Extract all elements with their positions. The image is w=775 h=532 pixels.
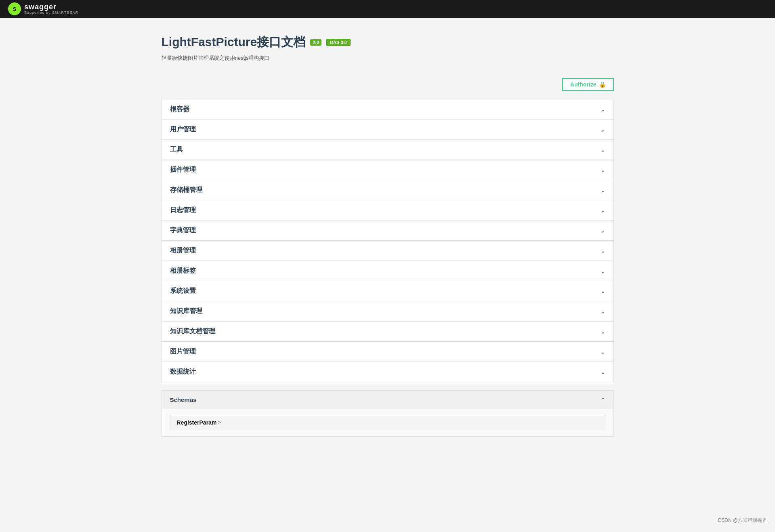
chevron-down-icon: ⌄: [601, 106, 605, 113]
chevron-down-icon: ⌄: [601, 207, 605, 214]
api-group-title-gen1: 根容器: [170, 105, 189, 114]
api-group-header-gen14[interactable]: 数据统计 ⌄: [162, 362, 613, 382]
api-group: 知识库管理 ⌄: [162, 301, 613, 322]
api-group-header-gen11[interactable]: 知识库管理 ⌄: [162, 301, 613, 321]
api-group-title-gen4: 插件管理: [170, 166, 196, 174]
api-group-header-gen7[interactable]: 字典管理 ⌄: [162, 221, 613, 240]
api-group: 知识库文档管理 ⌄: [162, 322, 613, 342]
api-group: 存储桶管理 ⌄: [162, 180, 613, 200]
chevron-down-icon: ⌄: [601, 147, 605, 153]
api-group-title-gen9: 相册标签: [170, 267, 196, 275]
svg-text:S: S: [13, 6, 17, 12]
version-badge: 2.0: [310, 39, 321, 46]
chevron-down-icon: ⌄: [601, 248, 605, 254]
api-group: 图片管理 ⌄: [162, 342, 613, 362]
api-group-header-gen8[interactable]: 相册管理 ⌄: [162, 241, 613, 261]
app-header: S swagger Supported by SMARTBEAR: [0, 0, 775, 18]
api-group-header-gen6[interactable]: 日志管理 ⌄: [162, 200, 613, 220]
schemas-content: RegisterParam >: [162, 409, 613, 436]
api-group: 插件管理 ⌄: [162, 160, 613, 180]
api-group-title-gen5: 存储桶管理: [170, 186, 202, 194]
swagger-title-text: swagger: [24, 3, 78, 11]
api-group: 根容器 ⌄: [162, 99, 613, 120]
schemas-section: Schemas ⌃ RegisterParam >: [162, 390, 614, 437]
authorize-area: Authorize 🔒: [162, 78, 614, 91]
swagger-icon: S: [8, 2, 21, 15]
api-group: 工具 ⌄: [162, 140, 613, 160]
api-group: 日志管理 ⌄: [162, 200, 613, 221]
authorize-label: Authorize: [570, 81, 596, 88]
api-group-title-gen13: 图片管理: [170, 347, 196, 356]
chevron-down-icon: ⌄: [601, 187, 605, 193]
api-group-title-gen3: 工具: [170, 145, 183, 154]
api-group: 系统设置 ⌄: [162, 281, 613, 301]
swagger-subtitle-text: Supported by SMARTBEAR: [24, 11, 78, 15]
api-group-header-gen9[interactable]: 相册标签 ⌄: [162, 261, 613, 281]
api-group-title-gen2: 用户管理: [170, 125, 196, 134]
title-row: LightFastPicture接口文档 2.0 OAS 3.0: [162, 34, 614, 50]
api-group-header-gen12[interactable]: 知识库文档管理 ⌄: [162, 322, 613, 341]
api-group-title-gen14: 数据统计: [170, 368, 196, 376]
api-group-title-gen11: 知识库管理: [170, 307, 202, 315]
api-group: 数据统计 ⌄: [162, 362, 613, 382]
chevron-down-icon: ⌄: [601, 167, 605, 173]
api-group: 字典管理 ⌄: [162, 221, 613, 241]
authorize-button[interactable]: Authorize 🔒: [562, 78, 614, 91]
api-group: 用户管理 ⌄: [162, 120, 613, 140]
chevron-down-icon: ⌄: [601, 227, 605, 234]
api-description: 轻量级快捷图片管理系统之使用nestjs重构接口: [162, 55, 614, 62]
swagger-brand: swagger Supported by SMARTBEAR: [24, 3, 78, 15]
api-group-header-gen5[interactable]: 存储桶管理 ⌄: [162, 180, 613, 200]
chevron-down-icon: ⌄: [601, 126, 605, 133]
api-group-header-gen10[interactable]: 系统设置 ⌄: [162, 281, 613, 301]
api-group-header-gen13[interactable]: 图片管理 ⌄: [162, 342, 613, 362]
api-group-header-gen2[interactable]: 用户管理 ⌄: [162, 120, 613, 139]
oas-badge: OAS 3.0: [326, 39, 351, 46]
swagger-logo: S swagger Supported by SMARTBEAR: [8, 2, 78, 15]
api-group: 相册标签 ⌄: [162, 261, 613, 281]
api-group-title-gen8: 相册管理: [170, 246, 196, 255]
api-group-title-gen6: 日志管理: [170, 206, 196, 214]
chevron-down-icon: ⌄: [601, 268, 605, 274]
schema-expand-icon: >: [218, 420, 221, 425]
api-group-title-gen10: 系统设置: [170, 287, 196, 295]
title-section: LightFastPicture接口文档 2.0 OAS 3.0 轻量级快捷图片…: [162, 34, 614, 62]
api-group: 相册管理 ⌄: [162, 241, 613, 261]
api-groups-list: 根容器 ⌄ 用户管理 ⌄ 工具 ⌄ 插件管理 ⌄ 存储桶管理 ⌄ 日志管理 ⌄ …: [162, 99, 614, 382]
chevron-down-icon: ⌄: [601, 349, 605, 355]
api-group-title-gen7: 字典管理: [170, 226, 196, 235]
api-group-header-gen3[interactable]: 工具 ⌄: [162, 140, 613, 160]
api-group-header-gen1[interactable]: 根容器 ⌄: [162, 99, 613, 119]
page-title: LightFastPicture接口文档: [162, 34, 306, 50]
chevron-down-icon: ⌄: [601, 328, 605, 335]
schemas-title: Schemas: [170, 396, 197, 403]
chevron-down-icon: ⌄: [601, 308, 605, 315]
schema-item[interactable]: RegisterParam >: [170, 415, 605, 430]
api-group-title-gen12: 知识库文档管理: [170, 327, 215, 336]
main-content: LightFastPicture接口文档 2.0 OAS 3.0 轻量级快捷图片…: [153, 18, 622, 453]
schema-name: RegisterParam: [177, 419, 217, 426]
chevron-down-icon: ⌄: [601, 369, 605, 375]
chevron-down-icon: ⌄: [601, 288, 605, 294]
lock-icon: 🔒: [599, 81, 606, 88]
schemas-header[interactable]: Schemas ⌃: [162, 391, 613, 409]
bottom-watermark: CSDN @八哥声动视界: [718, 517, 767, 524]
schemas-chevron-icon: ⌃: [601, 397, 605, 403]
api-group-header-gen4[interactable]: 插件管理 ⌄: [162, 160, 613, 180]
